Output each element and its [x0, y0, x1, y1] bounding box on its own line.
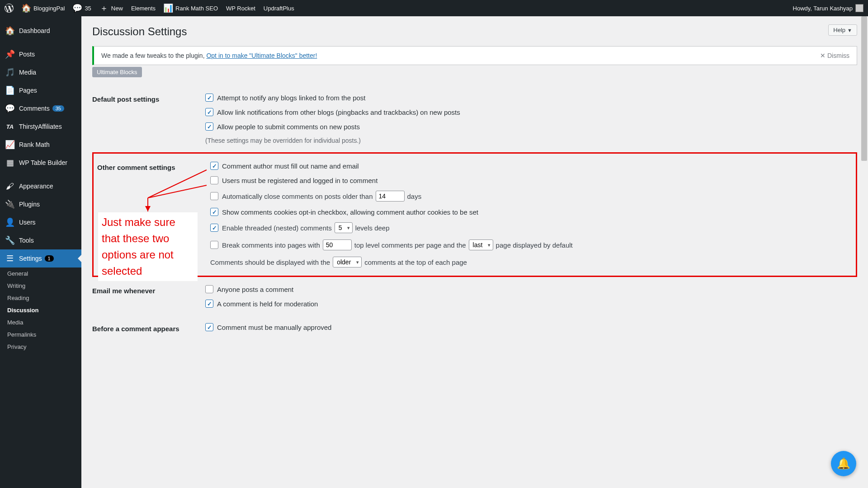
adminbar-wprocket[interactable]: WP Rocket [226, 0, 255, 16]
user-icon: 👤 [5, 218, 14, 227]
field-must-register[interactable]: Users must be registered and logged in t… [210, 176, 852, 184]
scrollbar[interactable] [860, 16, 868, 488]
menu-posts[interactable]: 📌Posts [0, 45, 81, 63]
field-auto-close: Automatically close comments on posts ol… [210, 191, 852, 202]
checkbox[interactable] [205, 94, 213, 102]
help-button[interactable]: Help▼ [828, 24, 857, 36]
plugin-notice: We made a few tweaks to the plugin, Opt … [92, 46, 857, 65]
per-page-input[interactable] [323, 239, 352, 250]
adminbar-rankmath[interactable]: 📊Rank Math SEO [164, 0, 218, 16]
thread-depth-select[interactable]: 5 [335, 222, 353, 233]
menu-wptable[interactable]: ▦WP Table Builder [0, 154, 81, 172]
section-other-comment: Other comment settings Comment author mu… [97, 157, 852, 272]
site-name: BloggingPal [33, 5, 65, 12]
annotation-highlight-box: Other comment settings Comment author mu… [92, 152, 857, 277]
days-input[interactable] [376, 191, 405, 202]
adminbar-right: Howdy, Tarun Kashyap [793, 0, 863, 16]
section-heading: Other comment settings [97, 162, 210, 267]
ta-icon: TA [5, 122, 14, 131]
user-account[interactable]: Howdy, Tarun Kashyap [793, 0, 863, 16]
section-fields: Anyone posts a comment A comment is held… [205, 285, 857, 314]
checkbox[interactable] [210, 208, 218, 216]
comment-icon: 💬 [73, 4, 82, 13]
adminbar-comments-count: 35 [85, 5, 91, 12]
field-manual-approve[interactable]: Comment must be manually approved [205, 323, 857, 331]
table-icon: ▦ [5, 158, 14, 167]
field-threaded: Enable threaded (nested) comments 5 leve… [210, 222, 852, 233]
adminbar-left: 🏠BloggingPal 💬35 ＋New Elements 📊Rank Mat… [5, 0, 294, 16]
wordpress-logo[interactable] [5, 0, 14, 16]
default-page-select[interactable]: last [469, 239, 493, 250]
submenu-privacy[interactable]: Privacy [0, 341, 81, 353]
section-email: Email me whenever Anyone posts a comment… [92, 281, 857, 319]
field-email-held[interactable]: A comment is held for moderation [205, 300, 857, 308]
section-before-appear: Before a comment appears Comment must be… [92, 319, 857, 338]
menu-comments[interactable]: 💬Comments35 [0, 99, 81, 117]
submenu-discussion[interactable]: Discussion [0, 304, 81, 316]
menu-users[interactable]: 👤Users [0, 213, 81, 231]
field-cookies[interactable]: Show comments cookies opt-in checkbox, a… [210, 208, 852, 216]
menu-plugins[interactable]: 🔌Plugins [0, 195, 81, 213]
checkbox[interactable] [210, 176, 218, 184]
checkbox[interactable] [210, 241, 218, 249]
content-area: Help▼ Discussion Settings We made a few … [81, 16, 868, 488]
menu-tools[interactable]: 🔧Tools [0, 231, 81, 249]
comment-icon: 💬 [5, 104, 14, 113]
menu-media[interactable]: 🎵Media [0, 63, 81, 81]
media-icon: 🎵 [5, 68, 14, 77]
dashboard-icon: 🏠 [5, 26, 14, 35]
checkbox[interactable] [205, 300, 213, 308]
menu-pages[interactable]: 📄Pages [0, 81, 81, 99]
checkbox[interactable] [205, 323, 213, 331]
field-paginate: Break comments into pages with top level… [210, 239, 852, 250]
section-default-post: Default post settings Attempt to notify … [92, 89, 857, 149]
field-allow-pingbacks[interactable]: Allow link notifications from other blog… [205, 108, 857, 116]
menu-settings[interactable]: ☰Settings1 [0, 249, 81, 267]
wrench-icon: 🔧 [5, 236, 14, 245]
admin-sidebar: 🏠Dashboard 📌Posts 🎵Media 📄Pages 💬Comment… [0, 16, 81, 488]
checkbox[interactable] [210, 192, 218, 200]
scrollbar-thumb[interactable] [861, 16, 867, 161]
brush-icon: 🖌 [5, 182, 14, 191]
checkbox[interactable] [205, 122, 213, 131]
checkbox[interactable] [205, 108, 213, 116]
adminbar-comments[interactable]: 💬35 [73, 0, 91, 16]
section-fields: Attempt to notify any blogs linked to fr… [205, 94, 857, 144]
dismiss-button[interactable]: ✕Dismiss [820, 52, 849, 59]
comment-order-select[interactable]: older [333, 257, 362, 267]
menu-dashboard[interactable]: 🏠Dashboard [0, 22, 81, 40]
submenu-general[interactable]: General [0, 267, 81, 280]
field-author-info[interactable]: Comment author must fill out name and em… [210, 162, 852, 170]
checkbox[interactable] [210, 224, 218, 232]
submenu-writing[interactable]: Writing [0, 280, 81, 292]
submenu-permalinks[interactable]: Permalinks [0, 328, 81, 341]
home-icon: 🏠 [22, 4, 31, 13]
checkbox[interactable] [205, 285, 213, 293]
menu-thirsty[interactable]: TAThirstyAffiliates [0, 117, 81, 136]
howdy-text: Howdy, Tarun Kashyap [793, 5, 853, 12]
menu-appearance[interactable]: 🖌Appearance [0, 177, 81, 195]
notice-link[interactable]: Opt in to make "Ultimate Blocks" better! [206, 52, 317, 59]
menu-rankmath[interactable]: 📈Rank Math [0, 136, 81, 154]
section-fields: Comment author must fill out name and em… [210, 162, 852, 267]
submenu-reading[interactable]: Reading [0, 292, 81, 304]
submenu-media[interactable]: Media [0, 316, 81, 328]
admin-toolbar: 🏠BloggingPal 💬35 ＋New Elements 📊Rank Mat… [0, 0, 868, 16]
adminbar-elements[interactable]: Elements [131, 0, 156, 16]
adminbar-updraft[interactable]: UpdraftPlus [264, 0, 294, 16]
site-link[interactable]: 🏠BloggingPal [22, 0, 65, 16]
field-notify-blogs[interactable]: Attempt to notify any blogs linked to fr… [205, 94, 857, 102]
bell-icon: 🔔 [837, 457, 850, 470]
comments-badge: 35 [52, 105, 64, 112]
field-order: Comments should be displayed with the ol… [210, 257, 852, 267]
field-allow-comments[interactable]: Allow people to submit comments on new p… [205, 122, 857, 131]
checkbox[interactable] [210, 162, 218, 170]
close-icon: ✕ [820, 52, 826, 59]
wordpress-icon [5, 4, 14, 13]
notice-text: We made a few tweaks to the plugin, Opt … [101, 52, 317, 59]
adminbar-new[interactable]: ＋New [99, 0, 123, 16]
field-email-anyone[interactable]: Anyone posts a comment [205, 285, 857, 293]
notification-fab[interactable]: 🔔 [831, 451, 856, 476]
section-heading: Before a comment appears [92, 323, 205, 338]
section-note: (These settings may be overridden for in… [205, 137, 857, 144]
